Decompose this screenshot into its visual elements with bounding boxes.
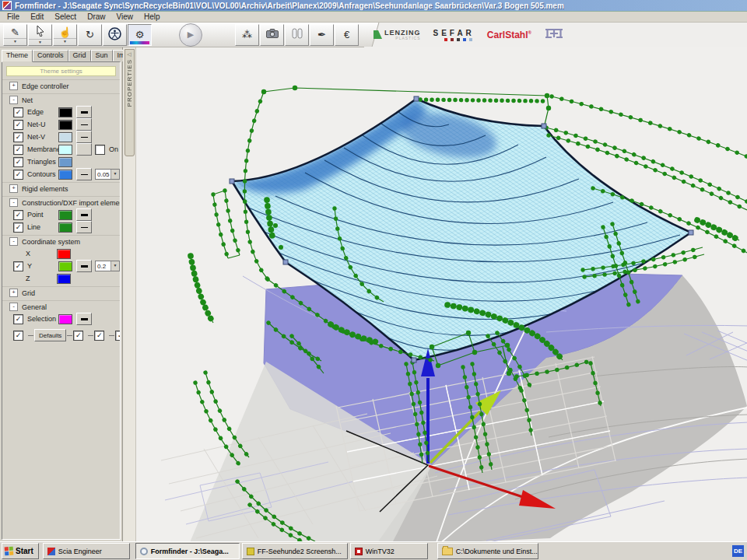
y-axis-color-swatch[interactable]	[58, 261, 72, 271]
theme-panel: Theme Controls Grid Sun Images Theme set…	[0, 47, 123, 541]
cost-button[interactable]: €	[335, 24, 359, 46]
menu-select[interactable]: Select	[49, 12, 82, 21]
net-u-color-swatch[interactable]	[58, 120, 72, 130]
collapse-icon[interactable]: -	[9, 303, 18, 311]
play-button[interactable]: ▶	[179, 23, 202, 47]
membrane-checkbox[interactable]: ✓	[13, 145, 23, 155]
transform-tool-button[interactable]: ↻	[78, 24, 102, 46]
window-title: Formfinder - J:\Seagate Sync\SyncRecycle…	[15, 2, 564, 10]
chevron-down-icon[interactable]: ▼	[4, 38, 26, 44]
section-grid[interactable]: + Grid	[2, 286, 120, 299]
defaults-button[interactable]: Defaults	[34, 329, 66, 341]
properties-collapse-tab[interactable]: ◁ PROPERTIES	[124, 49, 135, 156]
select-tool-button[interactable]: ▼	[28, 24, 52, 46]
move-rotate-icon: ↻	[86, 29, 94, 40]
tab-sun[interactable]: Sun	[91, 50, 113, 61]
section-rigid-elements[interactable]: + Rigid elements	[2, 182, 120, 194]
snapshot-button[interactable]	[260, 24, 284, 46]
section-net[interactable]: - Net	[2, 93, 120, 106]
task-formfinder[interactable]: Formfinder - J:\Seaga...	[135, 543, 240, 559]
selection-color-swatch[interactable]	[58, 314, 72, 324]
edge-color-swatch[interactable]	[58, 107, 72, 117]
title-bar[interactable]: Formfinder - J:\Seagate Sync\SyncRecycle…	[0, 0, 747, 12]
line-style-button[interactable]	[76, 221, 92, 233]
touch-tool-button[interactable]: ☝ ▼	[53, 24, 77, 46]
point-color-swatch[interactable]	[58, 210, 72, 220]
point-checkbox[interactable]: ✓	[13, 210, 23, 220]
sefar-square	[451, 38, 454, 41]
edge-checkbox[interactable]: ✓	[13, 107, 23, 117]
menu-help[interactable]: Help	[139, 12, 166, 21]
nodes-icon: ⁂	[242, 29, 252, 40]
tab-grid[interactable]: Grid	[68, 50, 91, 61]
z-axis-color-swatch[interactable]	[57, 274, 71, 284]
system-tray: DE	[732, 545, 745, 557]
point-style-button[interactable]	[76, 208, 92, 221]
material-rolls-button[interactable]	[285, 24, 309, 46]
y-axis-checkbox[interactable]: ✓	[13, 261, 23, 271]
theme-settings-banner: Theme settings	[6, 66, 116, 76]
section-edge-controller[interactable]: + Edge controller	[2, 79, 120, 92]
tab-controls[interactable]: Controls	[33, 50, 68, 61]
membrane-on-checkbox[interactable]	[95, 145, 105, 155]
section-construction-dxf[interactable]: - Construction/DXF import elements	[2, 196, 120, 208]
sefar-logo: SEFAR	[433, 29, 475, 41]
net-u-checkbox[interactable]: ✓	[13, 120, 23, 130]
start-button[interactable]: Start	[2, 543, 39, 559]
defaults-checkbox-1[interactable]: ✓	[13, 331, 23, 341]
defaults-checkbox-3[interactable]: ✓	[94, 331, 104, 341]
net-v-checkbox[interactable]: ✓	[13, 132, 23, 142]
collapse-icon[interactable]: -	[9, 237, 18, 246]
line-checkbox[interactable]: ✓	[13, 222, 23, 233]
menu-draw[interactable]: Draw	[82, 12, 110, 21]
chevron-down-icon: ▼	[110, 170, 119, 179]
menu-view[interactable]: View	[111, 12, 139, 21]
defaults-checkbox-2[interactable]: ✓	[73, 331, 83, 341]
nodes-button[interactable]: ⁂	[235, 24, 259, 46]
menu-edit[interactable]: Edit	[25, 12, 49, 21]
triangles-checkbox[interactable]: ✓	[13, 157, 23, 167]
draw-tool-button[interactable]: ✎ ▼	[3, 24, 27, 46]
contours-color-swatch[interactable]	[58, 170, 72, 180]
language-indicator[interactable]: DE	[732, 545, 744, 557]
viewport-3d[interactable]	[136, 47, 747, 544]
membrane-style-button[interactable]	[76, 143, 92, 156]
selection-checkbox[interactable]: ✓	[13, 314, 23, 324]
expand-icon[interactable]: +	[9, 184, 18, 193]
y-axis-style-button[interactable]	[76, 260, 92, 272]
x-axis-color-swatch[interactable]	[57, 249, 71, 259]
chevron-down-icon[interactable]: ▼	[54, 38, 76, 44]
axis-size-dropdown[interactable]: 0.2 ▼	[95, 261, 120, 271]
chevron-down-icon[interactable]: ▼	[29, 39, 51, 44]
selection-style-button[interactable]	[76, 313, 92, 325]
task-scia-engineer[interactable]: Scia Engineer	[43, 543, 130, 559]
contours-width-dropdown[interactable]: 0.05 ▼	[95, 169, 120, 180]
defaults-checkbox-4[interactable]: ✓	[115, 331, 121, 341]
section-coordinate-system[interactable]: - Coordinate system	[2, 235, 120, 247]
expand-icon[interactable]: +	[9, 289, 18, 297]
panel-tabs: Theme Controls Grid Sun Images	[0, 47, 122, 61]
section-general[interactable]: - General	[2, 300, 120, 313]
line-color-swatch[interactable]	[58, 222, 72, 233]
contours-checkbox[interactable]: ✓	[13, 170, 23, 180]
pen-button[interactable]: ✒	[310, 24, 334, 46]
tab-theme[interactable]: Theme	[2, 50, 33, 62]
collapse-icon[interactable]: -	[9, 198, 18, 207]
triangles-color-swatch[interactable]	[58, 157, 72, 167]
edge-linestyle-button[interactable]	[76, 106, 92, 118]
partner-logo	[544, 27, 564, 43]
vitruvian-button[interactable]	[103, 24, 127, 46]
collapse-icon[interactable]: -	[9, 96, 18, 104]
task-explorer[interactable]: C:\Dokumente und Einst...	[437, 543, 538, 559]
net-v-linestyle-button[interactable]	[76, 131, 92, 143]
net-u-linestyle-button[interactable]	[76, 118, 92, 131]
expand-icon[interactable]: +	[9, 82, 18, 90]
menu-file[interactable]: File	[2, 12, 25, 21]
task-wintv32[interactable]: WinTV32	[350, 543, 428, 559]
net-v-color-swatch[interactable]	[58, 132, 72, 142]
sefar-square	[463, 38, 466, 41]
theme-settings-button[interactable]: ⚙	[128, 24, 152, 46]
task-screenshot[interactable]: FF-Seehunde2 Screensh...	[242, 543, 348, 559]
membrane-color-swatch[interactable]	[58, 145, 72, 155]
contours-linestyle-button[interactable]	[76, 168, 92, 180]
